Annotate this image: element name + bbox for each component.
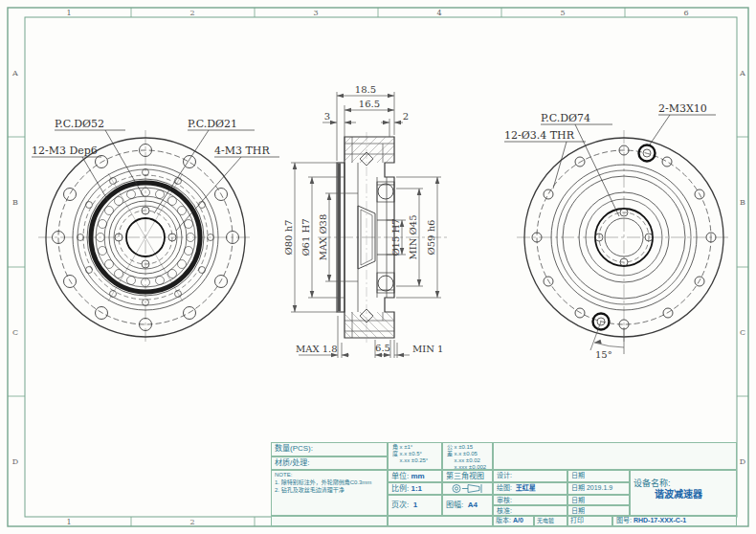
zone-row-a-r: A [739, 69, 745, 78]
material-label: 材质/处理: [275, 458, 309, 467]
scale-value: 1:1 [411, 484, 422, 494]
draw-date: 日期 2019.1.9 [571, 484, 612, 491]
zone-col-2b: 2 [189, 518, 194, 526]
dim-16-5: 16.5 [359, 99, 380, 109]
design-date-cell: 日期 [567, 470, 630, 482]
design-cell: 设计: [493, 470, 567, 482]
print-cell: 打印 [567, 516, 612, 526]
plating-cell: 无电镀 [534, 516, 567, 526]
angle-tol-row: x.xx ±0.25° [400, 457, 429, 464]
dim-2: 2 [403, 111, 409, 122]
scale-label: 比例: [391, 484, 409, 494]
draw-cell: 绘图: 王红星 [493, 482, 567, 495]
angle-tol-row: x ±1° [400, 444, 429, 451]
drawing-number-value: RHD-17-XXX-C-1 [634, 517, 686, 523]
label-pcd52: P.C.DØ52 [55, 118, 104, 130]
dim-dia15: Ø15 H7 [390, 218, 401, 256]
print-label: 打印 [570, 517, 584, 523]
drawing-number-cell: 图号: RHD-17-XXX-C-1 [612, 516, 737, 526]
zone-col-1b: 1 [66, 518, 71, 526]
check-label: 审核: [497, 497, 512, 503]
angle-tol-row: x.x ±0.5° [400, 451, 429, 457]
version-value: A/0 [513, 517, 523, 523]
check-cell: 审核: [493, 495, 567, 505]
zone-col-2: 2 [189, 9, 194, 17]
section-dimensions: 18.5 16.5 3 2 Ø80 h7 Ø61 H7 MAX Ø38 Ø15 … [283, 84, 443, 358]
drawing-number-label: 图号: [616, 517, 632, 523]
linear-tolerance-cell: 公差 x ±0.15 x.x ±0.05 x.xx ±0.02 x.xxx ±0… [442, 442, 493, 470]
check-date-cell: 日期 [567, 495, 630, 505]
zone-row-c-r: C [740, 328, 745, 337]
label-pcd21: P.C.DØ21 [188, 118, 237, 130]
drafter-name: 王红星 [516, 484, 536, 491]
zone-row-a: A [11, 69, 18, 78]
angle-tolerance-label: 角度 [390, 444, 398, 464]
zone-col-6: 6 [683, 9, 688, 17]
qty-cell: 数量(PCS): [271, 442, 388, 456]
projection-symbol-cell [442, 482, 493, 495]
unit-label: 单位: [391, 472, 409, 481]
dim-dia59: Ø59 h6 [426, 220, 436, 256]
scale-cell: 比例: 1:1 [388, 482, 442, 495]
approve-label: 核准: [497, 507, 512, 514]
dim-dia80: Ø80 h7 [283, 220, 294, 256]
dim-dia61: Ø61 H7 [300, 218, 311, 256]
page-value: 1 [413, 501, 417, 509]
draw-label: 绘图: [497, 484, 512, 491]
angle-tolerance-cell: 角度 x ±1° x.x ±0.5° x.xx ±0.25° [388, 442, 442, 470]
device-name-cell: 设备名称: 谐波减速器 [630, 470, 737, 516]
sheet-size-cell: 图幅: A4 [442, 495, 493, 516]
third-angle-projection-icon [449, 483, 487, 494]
projection-label: 第三角视图 [446, 472, 484, 481]
sheet-label: 图幅: [446, 501, 463, 509]
qty-label: 数量(PCS): [275, 444, 313, 453]
zone-row-c: C [12, 328, 18, 337]
dim-max18: MAX 1.8 [296, 344, 338, 354]
note-title: NOTE: [275, 472, 384, 479]
draw-date-cell: 日期 2019.1.9 [567, 482, 630, 495]
approve-date-cell: 日期 [567, 505, 630, 516]
zone-col-4: 4 [436, 9, 441, 17]
dim-3: 3 [324, 111, 330, 122]
unit-cell: 单位: mm [388, 470, 442, 482]
zone-row-b-r: B [740, 198, 745, 207]
linear-tol-row: x ±0.15 [455, 444, 487, 451]
device-name: 谐波减速器 [634, 489, 733, 501]
version-label: 版本: [496, 517, 511, 523]
rear-view [517, 130, 731, 354]
zone-row-d: D [12, 457, 18, 466]
date-label: 日期 [571, 507, 585, 514]
zone-row-b: B [12, 198, 18, 207]
front-view [38, 130, 253, 345]
notes-cell: NOTE: 1. 除特别标注外，外轮廓倒角C0.3mm 2. 钻孔及攻丝毛边清理… [271, 470, 388, 516]
linear-tol-row: x.xx ±0.02 [455, 457, 487, 464]
title-block: 数量(PCS): 材质/处理: NOTE: 1. 除特别标注外，外轮廓倒角C0.… [271, 442, 737, 526]
label-12-m3: 12-M3 Dep6 [32, 145, 98, 157]
dim-dia38: MAX Ø38 [318, 214, 328, 261]
projection-label-cell: 第三角视图 [442, 470, 493, 482]
approve-cell: 核准: [493, 505, 567, 516]
mid-bottom-empty-cell [388, 516, 493, 526]
dim-min1: MIN 1 [412, 344, 443, 354]
label-4-m3: 4-M3 THR [214, 145, 270, 157]
zone-col-5: 5 [560, 9, 565, 17]
zone-col-3: 3 [313, 9, 318, 17]
version-cell: 版本: A/0 [493, 516, 534, 526]
label-pcd74: P.C.DØ74 [541, 112, 590, 124]
dim-6-5: 6.5 [375, 343, 390, 353]
zone-row-d-r: D [740, 457, 745, 466]
dim-dia45: MIN Ø45 [408, 214, 418, 259]
label-2-m3x10: 2-M3X10 [658, 102, 707, 115]
date-label: 日期 [571, 472, 585, 478]
page-label: 页次: [391, 501, 409, 509]
label-12-dia34: 12-Ø3.4 THR [504, 129, 575, 142]
device-label: 设备名称: [634, 478, 733, 489]
note-line-2: 2. 钻孔及攻丝毛边清理干净 [275, 487, 384, 495]
label-15deg: 15° [595, 349, 612, 360]
unit-value: mm [411, 472, 424, 481]
linear-tol-row: x.x ±0.05 [455, 451, 487, 457]
page-cell: 页次: 1 [388, 495, 442, 516]
date-label: 日期 [571, 497, 585, 503]
sheet-value: A4 [468, 501, 478, 509]
design-label: 设计: [497, 472, 512, 478]
